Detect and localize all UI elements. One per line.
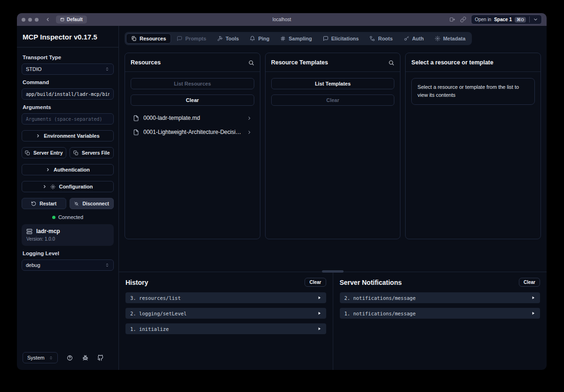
server-info-card: ladr-mcp Version: 1.0.0 — [22, 224, 114, 246]
select-chevrons-icon — [49, 356, 53, 360]
window-minimize-button[interactable] — [28, 18, 32, 22]
tab-resources[interactable]: Resources — [126, 33, 171, 44]
expand-play-icon — [531, 296, 535, 300]
notification-row[interactable]: 1. notifications/message — [340, 308, 540, 319]
gear-icon — [50, 184, 55, 189]
notification-row[interactable]: 2. notifications/message — [340, 292, 540, 303]
copy-icon — [73, 150, 78, 156]
resize-grip[interactable] — [322, 270, 344, 273]
sidebar-header: MCP Inspector v0.17.5 — [17, 26, 118, 47]
chevron-right-icon — [247, 116, 252, 121]
transport-type-select[interactable]: STDIO — [22, 63, 114, 75]
resource-list-item[interactable]: 0000-ladr-template.md — [131, 111, 254, 125]
tab-elicitations[interactable]: Elicitations — [318, 33, 364, 44]
clear-notifications-button[interactable]: Clear — [519, 278, 540, 287]
bug-icon[interactable] — [82, 355, 88, 361]
server-name: ladr-mcp — [36, 228, 60, 235]
select-chevrons-icon — [105, 67, 110, 71]
sidebar-footer: System — [17, 347, 118, 370]
expand-play-icon — [531, 311, 535, 315]
chevron-right-icon — [42, 184, 47, 189]
window-close-button[interactable] — [22, 18, 25, 22]
hash-icon — [280, 36, 286, 41]
history-title: History — [125, 279, 148, 286]
resource-preview-panel: Select a resource or template Select a r… — [405, 53, 541, 239]
restart-button[interactable]: Restart — [22, 198, 66, 209]
chat-bubble-icon — [177, 36, 182, 41]
configuration-button[interactable]: Configuration — [22, 181, 114, 192]
resources-panel-title: Resources — [131, 59, 161, 66]
browser-tab-default[interactable]: Default — [56, 16, 87, 24]
notification-row-label: 2. notifications/message — [345, 295, 416, 301]
chevron-right-icon — [46, 167, 50, 172]
window-maximize-button[interactable] — [35, 18, 39, 22]
sidebar: MCP Inspector v0.17.5 Transport Type STD… — [17, 26, 119, 370]
tab-ping[interactable]: Ping — [244, 33, 274, 44]
chevron-right-icon — [36, 133, 40, 138]
tab-tools[interactable]: Tools — [212, 33, 244, 44]
arguments-input[interactable] — [22, 113, 114, 125]
tab-metadata[interactable]: Metadata — [430, 33, 471, 44]
bell-icon — [250, 36, 255, 41]
link-icon[interactable] — [460, 16, 466, 23]
environment-variables-button[interactable]: Environment Variables — [22, 130, 114, 141]
back-icon[interactable] — [45, 17, 50, 22]
share-icon[interactable] — [449, 16, 455, 23]
history-row-label: 3. resources/list — [130, 295, 180, 301]
tab-prompts[interactable]: Prompts — [172, 33, 212, 44]
resource-templates-panel: Resource Templates List Templates Clear — [265, 53, 401, 239]
logging-level-value: debug — [26, 262, 40, 268]
logging-level-select[interactable]: debug — [22, 259, 114, 271]
app-window: Default localhost Open in Space 1 ⌘O — [17, 13, 547, 370]
theme-select[interactable]: System — [23, 352, 58, 363]
tab-roots[interactable]: Roots — [364, 33, 398, 44]
disconnect-button[interactable]: Disconnect — [70, 198, 114, 209]
chevron-down-icon[interactable] — [533, 17, 538, 22]
resource-name: 0001-Lightweight-Architecture-Decision-.… — [143, 129, 243, 135]
restart-icon — [31, 201, 36, 206]
open-in-space-button[interactable]: Open in Space 1 ⌘O — [471, 15, 542, 24]
github-icon[interactable] — [97, 355, 103, 361]
history-panel: History Clear 3. resources/list 2. loggi… — [119, 272, 333, 370]
tab-auth[interactable]: Auth — [399, 33, 429, 44]
history-row-label: 1. initialize — [130, 326, 169, 332]
browser-topbar: Default localhost Open in Space 1 ⌘O — [17, 13, 547, 26]
tree-icon — [369, 36, 375, 41]
expand-play-icon — [317, 327, 321, 331]
search-icon[interactable] — [248, 60, 254, 66]
list-resources-button[interactable]: List Resources — [131, 78, 254, 89]
server-entry-button[interactable]: Server Entry — [22, 147, 66, 158]
command-input[interactable] — [22, 88, 114, 100]
theme-value: System — [27, 355, 45, 361]
chat-bubble-icon — [323, 36, 329, 41]
logging-level-label: Logging Level — [23, 251, 113, 256]
servers-file-button[interactable]: Servers File — [70, 147, 114, 158]
search-icon[interactable] — [388, 60, 394, 66]
history-row[interactable]: 3. resources/list — [125, 292, 326, 303]
workspace-icon — [60, 17, 64, 22]
clear-history-button[interactable]: Clear — [305, 278, 326, 287]
authentication-button[interactable]: Authentication — [22, 164, 114, 175]
horizontal-divider — [119, 272, 547, 272]
file-icon — [133, 115, 139, 121]
open-in-label: Open in — [475, 17, 491, 22]
templates-panel-title: Resource Templates — [271, 59, 328, 66]
clear-resources-button[interactable]: Clear — [131, 94, 254, 106]
history-row[interactable]: 1. initialize — [125, 323, 326, 334]
tab-sampling[interactable]: Sampling — [275, 33, 317, 44]
resources-panel: Resources List Resources Clear — [125, 53, 260, 239]
clear-templates-button[interactable]: Clear — [271, 94, 395, 106]
resource-name: 0000-ladr-template.md — [143, 115, 200, 121]
window-controls[interactable] — [22, 18, 39, 22]
server-icon — [26, 228, 32, 235]
status-label: Connected — [58, 214, 83, 220]
notification-row-label: 1. notifications/message — [345, 311, 416, 316]
list-templates-button[interactable]: List Templates — [271, 78, 395, 89]
copy-icon — [25, 150, 30, 156]
open-in-shortcut-badge: ⌘O — [515, 17, 526, 23]
files-icon — [131, 36, 137, 41]
history-row[interactable]: 2. logging/setLevel — [125, 308, 326, 319]
resource-list-item[interactable]: 0001-Lightweight-Architecture-Decision-.… — [131, 125, 254, 139]
hammer-icon — [217, 36, 223, 41]
help-icon[interactable] — [67, 355, 73, 361]
